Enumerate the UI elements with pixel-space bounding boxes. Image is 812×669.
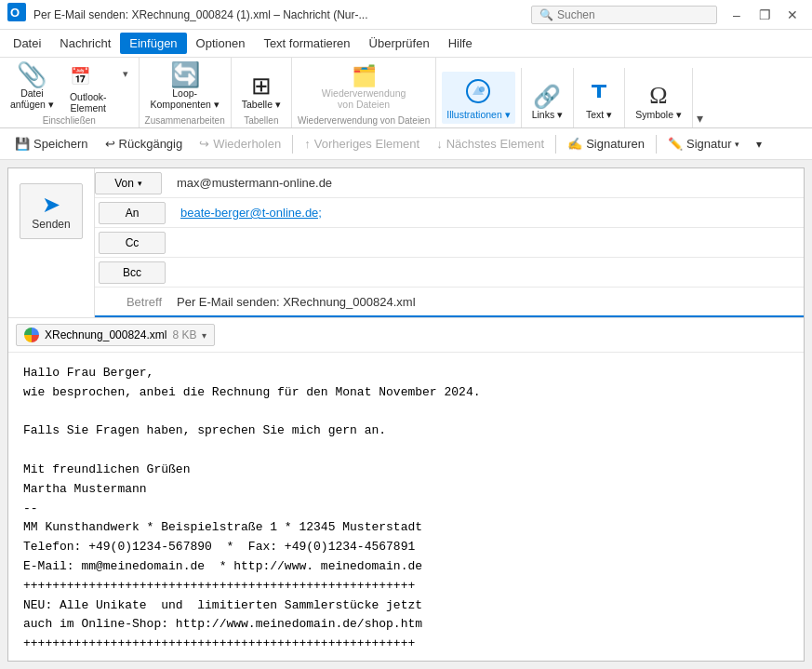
bcc-button[interactable]: Bcc [99, 261, 166, 284]
ribbon-group-einschliessen: 📎 Dateianfügen ▾ 📅 Outlook-Element ▾ Ein… [0, 58, 140, 127]
menu-hilfe[interactable]: Hilfe [439, 33, 482, 54]
minimize-button[interactable]: – [725, 3, 749, 27]
attachment-chip[interactable]: XRechnung_000824.xml 8 KB ▾ [16, 324, 215, 346]
window-controls: – ❐ ✕ [725, 3, 805, 27]
toolbar: 💾 Speichern ↩ Rückgängig ↪ Wiederholen ↑… [0, 128, 812, 160]
cc-input[interactable] [173, 235, 804, 249]
ribbon-group-wiederverwendung: 🗂️ Wiederverwendungvon Dateien Wiederver… [292, 58, 436, 127]
text-button[interactable]: Text ▾ [579, 72, 619, 124]
fields-section: Von ▾ max@mustermann-online.de An beate-… [94, 168, 804, 317]
ribbon-group-illustrationen: Illustrationen ▾ [436, 68, 521, 127]
ribbon: 📎 Dateianfügen ▾ 📅 Outlook-Element ▾ Ein… [0, 58, 812, 128]
von-caret: ▾ [138, 179, 142, 188]
cc-row: Cc [95, 228, 804, 258]
an-button[interactable]: An [99, 202, 166, 224]
table-icon: ⊞ [251, 74, 272, 98]
ribbon-group-tabellen: ⊞ Tabelle ▾ Tabellen [232, 58, 292, 127]
menu-nachricht[interactable]: Nachricht [50, 33, 120, 54]
down-icon: ↓ [436, 137, 443, 151]
paperclip-icon: 📎 [17, 62, 47, 87]
menu-datei[interactable]: Datei [4, 33, 50, 54]
betreff-label: Betreff [95, 295, 169, 309]
menu-uberprufen[interactable]: Überprüfen [360, 33, 439, 54]
vorheriges-button[interactable]: ↑ Vorheriges Element [297, 134, 427, 154]
restore-button[interactable]: ❐ [752, 3, 777, 27]
app-icon: O [7, 3, 26, 26]
von-row: Von ▾ max@mustermann-online.de [95, 168, 804, 198]
ribbon-group-zusammenarbeiten: 🔄 Loop-Komponenten ▾ Zusammenarbeiten [140, 58, 232, 127]
svg-point-3 [479, 87, 485, 92]
wiederverwendung-button[interactable]: 🗂️ Wiederverwendungvon Dateien [317, 61, 410, 114]
signatur-icon: ✏️ [668, 137, 683, 151]
links-icon: 🔗 [533, 86, 561, 108]
ribbon-expand-button[interactable]: ▾ [693, 109, 707, 127]
send-icon: ➤ [42, 192, 60, 218]
attachment-name: XRechnung_000824.xml [45, 328, 166, 341]
attachment-size: 8 KB [172, 328, 196, 341]
signatures-icon: ✍ [567, 137, 582, 151]
window-title: Per E-Mail senden: XRechnung_000824 (1).… [33, 8, 531, 21]
symbole-button[interactable]: Ω Symbole ▾ [631, 72, 686, 124]
wiederholen-button[interactable]: ↪ Wiederholen [192, 134, 288, 154]
toolbar-sep-1 [292, 135, 293, 154]
links-button[interactable]: 🔗 Links ▾ [527, 72, 567, 124]
bcc-row: Bcc [95, 258, 804, 288]
email-body[interactable]: Hallo Frau Berger, wie besprochen, anbei… [8, 353, 804, 659]
ribbon-more-area: ▾ [693, 105, 711, 127]
menu-optionen[interactable]: Optionen [187, 33, 255, 54]
speichern-button[interactable]: 💾 Speichern [7, 134, 96, 154]
send-area: ➤ Senden [8, 168, 94, 317]
outlook-element-button[interactable]: 📅 [65, 64, 112, 88]
text-icon [586, 78, 612, 108]
tabelle-button[interactable]: ⊞ Tabelle ▾ [237, 61, 286, 114]
toolbar-more-button[interactable]: ▾ [749, 135, 769, 154]
wiederverwendung-label: Wiederverwendung von Dateien [298, 115, 430, 127]
betreff-input[interactable] [169, 295, 804, 309]
ribbon-group-text: Text ▾ [574, 68, 625, 127]
redo-icon: ↪ [199, 137, 209, 151]
illustrations-icon [465, 78, 491, 108]
files-icon: 🗂️ [352, 66, 377, 87]
toolbar-sep-3 [656, 135, 657, 154]
menu-einfugen[interactable]: Einfügen [120, 33, 186, 54]
von-button[interactable]: Von ▾ [95, 172, 162, 194]
main-window: O Per E-Mail senden: XRechnung_000824 (1… [0, 0, 812, 669]
nachstes-button[interactable]: ↓ Nächstes Element [429, 134, 552, 154]
an-value[interactable]: beate-berger@t-online.de; [173, 206, 804, 220]
loop-komponenten-button[interactable]: 🔄 Loop-Komponenten ▾ [145, 61, 223, 114]
einschliessen-more[interactable]: ▾ [118, 65, 133, 82]
svg-text:O: O [10, 6, 20, 20]
zusammenarbeiten-label: Zusammenarbeiten [145, 115, 225, 127]
outlook-element-label[interactable]: Outlook-Element [65, 94, 112, 111]
up-icon: ↑ [304, 137, 311, 151]
attachment-caret: ▾ [202, 330, 206, 341]
signaturen-button[interactable]: ✍ Signaturen [560, 134, 652, 154]
omega-icon: Ω [649, 84, 667, 108]
attachment-bar: XRechnung_000824.xml 8 KB ▾ [8, 318, 804, 353]
signatur-caret: ▾ [735, 140, 739, 149]
toolbar-sep-2 [555, 135, 556, 154]
menu-text-formatieren[interactable]: Text formatieren [254, 33, 359, 54]
bcc-input[interactable] [173, 265, 804, 279]
header-section: ➤ Senden Von ▾ max@mustermann-online.de [8, 168, 804, 318]
ribbon-group-links: 🔗 Links ▾ [522, 68, 574, 127]
loop-icon: 🔄 [170, 62, 200, 87]
an-row: An beate-berger@t-online.de; [95, 198, 804, 228]
betreff-row: Betreff [95, 288, 804, 317]
search-icon: 🔍 [539, 8, 553, 21]
content-area: ➤ Senden Von ▾ max@mustermann-online.de [0, 160, 812, 669]
illustrationen-button[interactable]: Illustrationen ▾ [442, 72, 514, 124]
von-value: max@mustermann-online.de [169, 176, 804, 190]
search-bar[interactable]: 🔍 [531, 6, 717, 24]
send-button[interactable]: ➤ Senden [20, 183, 83, 239]
tabellen-label: Tabellen [244, 115, 278, 127]
ruckgangig-button[interactable]: ↩ Rückgängig [98, 134, 191, 154]
title-bar: O Per E-Mail senden: XRechnung_000824 (1… [0, 0, 812, 30]
datei-anfugen-button[interactable]: 📎 Dateianfügen ▾ [6, 61, 59, 114]
menu-bar: Datei Nachricht Einfügen Optionen Text f… [0, 30, 812, 58]
close-button[interactable]: ✕ [780, 3, 805, 27]
cc-button[interactable]: Cc [99, 232, 166, 254]
einschliessen-label: Einschließen [43, 115, 96, 127]
search-input[interactable] [557, 8, 687, 21]
signatur-button[interactable]: ✏️ Signatur ▾ [660, 134, 747, 154]
